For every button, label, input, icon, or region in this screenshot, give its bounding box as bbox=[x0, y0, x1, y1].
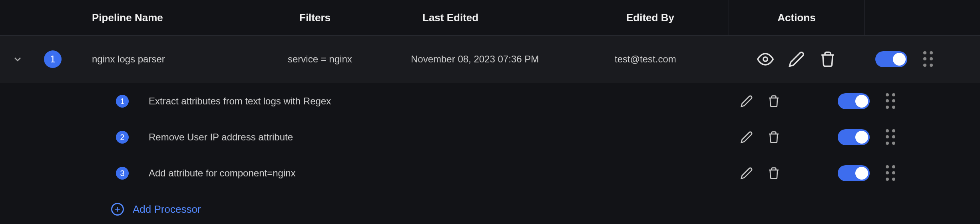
pipeline-actions bbox=[729, 51, 864, 68]
processor-index-badge: 1 bbox=[116, 95, 129, 108]
edit-icon bbox=[740, 95, 753, 108]
column-header-edited-by: Edited By bbox=[615, 0, 729, 35]
table-header: Pipeline Name Filters Last Edited Edited… bbox=[0, 0, 980, 35]
processor-actions bbox=[740, 167, 788, 180]
processor-row: 2 Remove User IP address attribute bbox=[0, 119, 980, 155]
processor-actions bbox=[740, 95, 788, 108]
trash-icon bbox=[767, 95, 780, 108]
processor-name: Add attribute for component=nginx bbox=[149, 168, 740, 179]
edit-button[interactable] bbox=[740, 167, 753, 180]
processor-enable-toggle[interactable] bbox=[838, 129, 870, 145]
processor-row: 3 Add attribute for component=nginx bbox=[0, 155, 980, 191]
delete-button[interactable] bbox=[767, 131, 780, 144]
pipeline-filters: service = nginx bbox=[288, 54, 411, 65]
processor-name: Remove User IP address attribute bbox=[149, 132, 740, 143]
trash-icon bbox=[767, 167, 780, 180]
delete-button[interactable] bbox=[767, 95, 780, 108]
eye-icon bbox=[757, 51, 774, 68]
trash-icon bbox=[819, 51, 836, 68]
column-header-actions: Actions bbox=[729, 0, 864, 35]
pipeline-edited-by: test@test.com bbox=[615, 54, 729, 65]
column-header-filters: Filters bbox=[288, 0, 411, 35]
expand-toggle[interactable] bbox=[12, 54, 23, 65]
pipeline-last-edited: November 08, 2023 07:36 PM bbox=[411, 54, 615, 65]
edit-icon bbox=[740, 167, 753, 180]
column-header-last-edited: Last Edited bbox=[411, 0, 615, 35]
processor-enable-toggle[interactable] bbox=[838, 93, 870, 109]
processor-index-badge: 2 bbox=[116, 131, 129, 144]
add-processor-label: Add Processor bbox=[133, 203, 201, 216]
processor-enable-toggle[interactable] bbox=[838, 165, 870, 181]
edit-icon bbox=[788, 51, 805, 68]
pipeline-enable-toggle[interactable] bbox=[875, 51, 907, 67]
processor-drag-handle[interactable] bbox=[886, 93, 896, 109]
column-header-name: Pipeline Name bbox=[92, 12, 288, 24]
plus-circle-icon: + bbox=[111, 203, 124, 216]
processor-actions bbox=[740, 131, 788, 144]
delete-button[interactable] bbox=[767, 167, 780, 180]
processor-drag-handle[interactable] bbox=[886, 129, 896, 145]
view-button[interactable] bbox=[757, 51, 774, 68]
pipeline-drag-handle[interactable] bbox=[923, 51, 934, 67]
processor-drag-handle[interactable] bbox=[886, 165, 896, 181]
pipeline-name: nginx logs parser bbox=[92, 54, 288, 65]
processor-index-badge: 3 bbox=[116, 167, 129, 180]
pipeline-row: 1 nginx logs parser service = nginx Nove… bbox=[0, 35, 980, 83]
processor-row: 1 Extract attributes from text logs with… bbox=[0, 83, 980, 119]
svg-point-0 bbox=[763, 57, 768, 62]
add-processor-button[interactable]: + Add Processor bbox=[0, 191, 980, 224]
processor-name: Extract attributes from text logs with R… bbox=[149, 96, 740, 107]
pipeline-index-badge: 1 bbox=[44, 50, 62, 68]
edit-button[interactable] bbox=[788, 51, 805, 68]
edit-icon bbox=[740, 131, 753, 144]
edit-button[interactable] bbox=[740, 95, 753, 108]
delete-button[interactable] bbox=[819, 51, 836, 68]
trash-icon bbox=[767, 131, 780, 144]
edit-button[interactable] bbox=[740, 131, 753, 144]
chevron-down-icon bbox=[12, 54, 23, 65]
